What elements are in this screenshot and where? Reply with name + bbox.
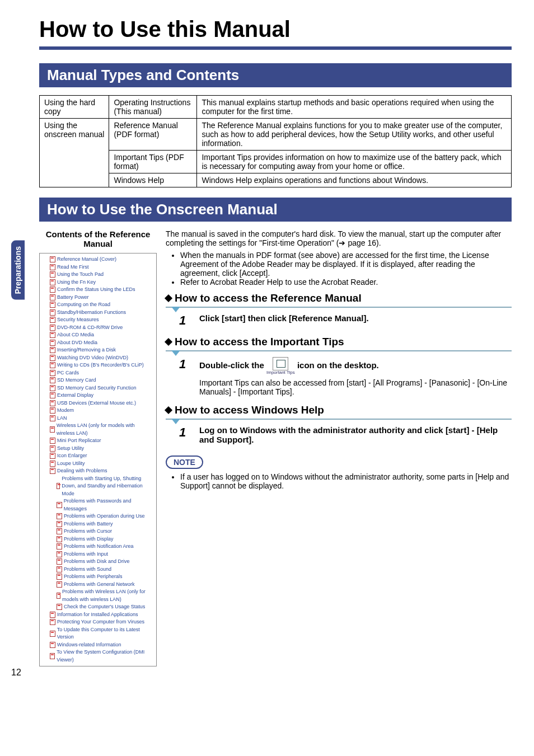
pdf-icon [57,536,62,542]
table-cell: This manual explains startup methods and… [197,96,512,119]
important-tips-icon [273,357,288,370]
pdf-icon [50,612,55,618]
pdf-icon [50,377,55,383]
pdf-icon [50,415,55,421]
toc-label: USB Devices (External Mouse etc.) [57,400,136,407]
toc-item: Battery Power [42,294,154,302]
step-text: Double-click the Important Tips icon on … [199,357,512,396]
pdf-icon [50,642,55,648]
toc-item: Problems with Input [42,551,154,558]
pdf-icon [50,407,55,414]
toc-label: Read Me First [57,264,89,271]
toc-label: SD Memory Card [57,377,96,384]
toc-item: Mini Port Replicator [42,437,154,445]
toc-item: Setup Utility [42,445,154,453]
toc-item: DVD-ROM & CD-R/RW Drive [42,324,154,332]
toc-label: Problems with Input [64,551,108,558]
toc-item: Read Me First [42,264,154,271]
toc-label: Problems with Battery [64,520,113,528]
step-separator [166,419,512,420]
toc-item: PC Cards [42,369,154,377]
pdf-icon [50,317,55,323]
toc-label: Problems with Disk and Drive [64,558,130,566]
toc-item: Problems with Battery [42,520,154,528]
toc-item: Windows-related Information [42,641,154,649]
toc-item: Problems with Display [42,536,154,543]
toc-label: To Update this Computer to its Latest Ve… [57,626,154,641]
pdf-icon [50,264,55,270]
toc-label: Writing to CDs (B's Recorder/B's CLiP) [57,361,144,369]
step-text-part: icon on the desktop. [297,360,379,370]
toc-label: Mini Port Replicator [57,437,101,445]
toc-item: Standby/Hibernation Functions [42,309,154,317]
pdf-icon [57,521,62,527]
pdf-icon [50,271,55,278]
toc-item: Information for Installed Applications [42,611,154,619]
pdf-icon [57,604,62,610]
toc-item: SD Memory Card [42,377,154,384]
toc-label: LAN [57,415,67,422]
pdf-icon [50,347,55,353]
pdf-icon [50,426,55,433]
toc-label: Problems with Notification Area [64,543,134,551]
toc-item: To View the System Configuration (DMI Vi… [42,649,154,664]
toc-label: External Display [57,392,93,400]
pdf-icon [50,279,55,285]
table-cell: The Reference Manual explains functions … [197,119,512,151]
pdf-icon [57,513,62,519]
pdf-icon [57,543,62,550]
toc-label: About CD Media [57,331,94,339]
toc-label: Dealing with Problems [57,467,107,475]
toc-label: Icon Enlarger [57,452,87,460]
pdf-icon [50,370,55,376]
toc-label: To View the System Configuration (DMI Vi… [57,649,154,664]
toc-label: Problems with Passwords and Messages [64,497,154,513]
toc-label: Problems with Sound [64,566,111,574]
pdf-icon [50,302,55,308]
table-cell: Windows Help explains operations and fun… [197,173,512,187]
toc-label: Problems with Display [64,536,114,543]
pdf-icon [57,528,62,534]
diamond-icon [165,294,172,302]
pdf-icon [50,619,55,625]
pdf-icon [50,287,55,293]
toc-item: Inserting/Removing a Disk [42,346,154,354]
toc-label: Check the Computer's Usage Status [64,603,145,611]
diamond-icon [165,406,172,414]
table-cell: Windows Help [109,173,197,187]
toc-label: Battery Power [57,294,89,302]
table-cell: Operating Instructions (This manual) [109,96,197,119]
toc-label: Confirm the Status Using the LEDs [57,286,135,294]
toc-item: Computing on the Road [42,301,154,309]
pdf-icon [50,362,55,368]
toc-item: Using the Touch Pad [42,271,154,279]
toc-item: Dealing with Problems [42,467,154,475]
toc-box: Reference Manual (Cover)Read Me FirstUsi… [39,253,157,666]
toc-label: Problems with Operation during Use [64,513,145,520]
toc-item: Check the Computer's Usage Status [42,603,154,611]
toc-item: Confirm the Status Using the LEDs [42,286,154,294]
note-badge: NOTE [166,456,203,469]
toc-label: Standby/Hibernation Functions [57,309,126,317]
toc-item: Protecting Your Computer from Viruses [42,618,154,626]
toc-item: Writing to CDs (B's Recorder/B's CLiP) [42,361,154,369]
sub-heading-label: How to access the Important Tips [175,336,344,348]
toc-item: Watching DVD Video (WinDVD) [42,354,154,362]
toc-label: Security Measures [57,316,99,324]
sub-heading-reference: How to access the Reference Manual [166,292,512,304]
toc-item: To Update this Computer to its Latest Ve… [42,626,154,641]
sub-heading-label: How to access Windows Help [175,404,324,416]
pdf-icon [50,385,55,391]
toc-item: Wireless LAN (only for models with wirel… [42,422,154,437]
toc-label: SD Memory Card Security Function [57,384,137,392]
step-number: 1 [179,313,189,328]
toc-item: Icon Enlarger [42,452,154,460]
toc-label: Setup Utility [57,445,84,453]
step-text: Click [start] then click [Reference Manu… [199,313,512,323]
section-onscreen-manual: How to Use the Onscreen Manual [39,198,512,222]
toc-label: Using the Fn Key [57,279,96,287]
toc-label: Problems with Wireless LAN (only for mod… [62,588,154,603]
pdf-icon [50,325,55,331]
step-number: 1 [179,357,189,372]
pdf-icon [50,653,55,659]
